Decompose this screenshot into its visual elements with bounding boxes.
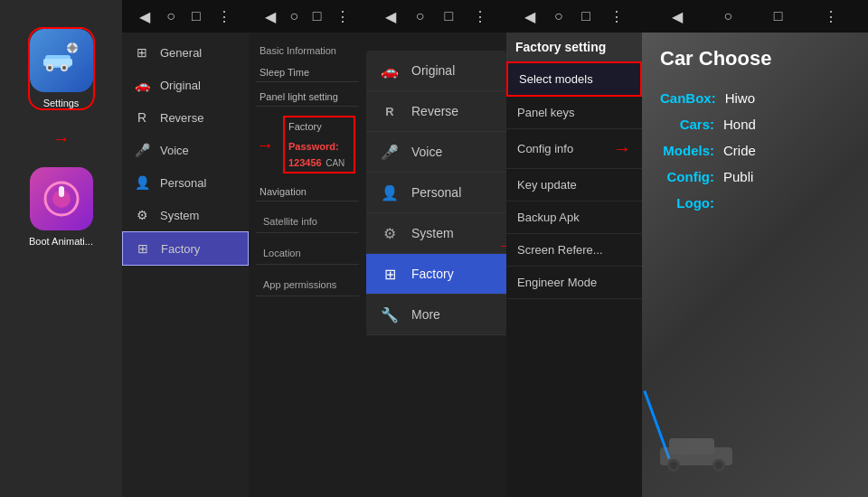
models-label: Models: [660, 143, 723, 158]
red-arrow-3: → [256, 135, 274, 155]
svg-point-3 [48, 66, 52, 70]
car-choose-title: Car Choose [660, 47, 771, 70]
back-icon-4[interactable]: ◀ [385, 8, 396, 25]
settings-app[interactable]: Settings [28, 27, 95, 110]
menu-item-original-label: Original [160, 79, 201, 92]
menu-item-original[interactable]: 🚗 Original [122, 69, 249, 101]
screen-ref-label: Screen Refere... [517, 243, 603, 257]
factory-item-engineer-mode[interactable]: Engineer Mode [506, 267, 642, 299]
dropdown-voice[interactable]: 🎤 Voice [366, 132, 506, 173]
home-icon-2[interactable]: ○ [166, 8, 175, 24]
factory-dropdown-panel: ◀ ○ □ ⋮ 🚗 Original R Reverse 🎤 Voice 👤 P… [366, 0, 506, 497]
svg-rect-16 [669, 438, 714, 455]
dropdown-reverse[interactable]: R Reverse [366, 91, 506, 132]
car-decorative-image [651, 425, 741, 479]
recents-icon-2[interactable]: □ [192, 8, 201, 24]
red-arrow-1: → [52, 128, 71, 149]
config-row: Config: Publi [660, 169, 850, 184]
home-icon-6[interactable]: ○ [723, 8, 732, 24]
svg-point-20 [715, 462, 722, 469]
dropdown-voice-label: Voice [411, 145, 442, 159]
dots-icon-4[interactable]: ⋮ [473, 8, 487, 25]
dropdown-more[interactable]: 🔧 More [366, 295, 506, 335]
nav-bar-4: ◀ ○ □ ⋮ [366, 0, 506, 33]
cars-value: Hond [723, 117, 756, 132]
factory-box-label: Factory [285, 117, 354, 136]
back-icon-3[interactable]: ◀ [265, 8, 276, 25]
settings-app-icon [30, 29, 93, 92]
nav-bar-5: ◀ ○ □ ⋮ [506, 0, 642, 33]
arrow-row: → Factory Password: 123456 CAN [256, 112, 359, 177]
satellite-row[interactable]: Satellite info [256, 207, 359, 233]
dropdown-factory-icon: ⊞ [379, 263, 401, 285]
navigation-row[interactable]: Navigation [256, 183, 359, 202]
dropdown-factory-label: Factory [411, 267, 454, 281]
home-icon-4[interactable]: ○ [416, 8, 425, 24]
factory-item-backup-apk[interactable]: Backup Apk [506, 202, 642, 234]
voice-icon: 🎤 [133, 141, 151, 159]
app-permissions-label: App permissions [259, 274, 355, 292]
dropdown-factory[interactable]: ⊞ Factory [366, 254, 506, 295]
menu-item-factory[interactable]: ⊞ Factory [122, 231, 249, 266]
panel-keys-label: Panel keys [517, 106, 575, 119]
back-icon-6[interactable]: ◀ [672, 8, 683, 25]
factory-item-key-update[interactable]: Key update [506, 169, 642, 202]
home-icon-3[interactable]: ○ [289, 8, 298, 24]
config-label: Config: [660, 169, 723, 184]
dropdown-system-label: System [411, 226, 454, 240]
panel-light-row[interactable]: Panel light setting [256, 88, 359, 107]
dots-icon-3[interactable]: ⋮ [335, 8, 350, 25]
menu-item-general[interactable]: ⊞ General [122, 36, 249, 69]
navigation-title: Navigation [259, 186, 355, 197]
settings-label: Settings [43, 98, 80, 108]
canbox-label: CanBox: [660, 90, 725, 106]
boot-label: Boot Animati... [29, 236, 93, 247]
cars-label: Cars: [660, 117, 723, 132]
dropdown-system[interactable]: ⚙ System [366, 213, 506, 254]
dropdown-personal[interactable]: 👤 Personal [366, 173, 506, 213]
dropdown-system-icon: ⚙ [379, 222, 401, 244]
settings-menu-panel: ◀ ○ □ ⋮ ⊞ General 🚗 Original R Reverse 🎤… [122, 0, 249, 497]
location-row[interactable]: Location [256, 239, 359, 265]
menu-item-system[interactable]: ⚙ System [122, 199, 249, 231]
recents-icon-6[interactable]: □ [774, 8, 783, 24]
location-label: Location [259, 242, 355, 260]
system-icon: ⚙ [133, 206, 151, 224]
recents-icon-5[interactable]: □ [581, 8, 590, 24]
reverse-icon: R [133, 108, 151, 127]
recents-icon-3[interactable]: □ [313, 8, 322, 24]
svg-point-5 [62, 66, 66, 70]
config-value: Publi [723, 169, 753, 184]
boot-animation-app[interactable]: Boot Animati... [29, 167, 93, 247]
red-arrow-5: → [613, 138, 631, 159]
nav-bar-2: ◀ ○ □ ⋮ [122, 0, 249, 33]
dropdown-original[interactable]: 🚗 Original [366, 51, 506, 91]
menu-item-voice[interactable]: 🎤 Voice [122, 134, 249, 166]
app-permissions-row[interactable]: App permissions [256, 270, 359, 296]
menu-item-reverse[interactable]: R Reverse [122, 101, 249, 134]
factory-item-screen-ref[interactable]: Screen Refere... [506, 234, 642, 267]
key-update-label: Key update [517, 178, 577, 192]
dropdown-more-icon: 🔧 [379, 304, 401, 325]
factory-item-config-info[interactable]: Config info → [506, 129, 642, 169]
cars-row: Cars: Hond [660, 117, 850, 132]
home-icon-5[interactable]: ○ [554, 8, 563, 24]
back-icon-2[interactable]: ◀ [139, 8, 150, 25]
factory-item-panel-keys[interactable]: Panel keys [506, 97, 642, 129]
boot-app-icon [30, 167, 93, 230]
dots-icon-6[interactable]: ⋮ [824, 8, 838, 25]
factory-item-select-models[interactable]: Select models [506, 61, 642, 97]
logo-row: Logo: [660, 195, 850, 211]
recents-icon-4[interactable]: □ [444, 8, 453, 24]
original-icon: 🚗 [133, 76, 151, 94]
sleep-time-row[interactable]: Sleep Time [256, 63, 359, 82]
config-info-label: Config info [517, 142, 573, 155]
dropdown-more-label: More [411, 307, 440, 322]
dropdown-menu: 🚗 Original R Reverse 🎤 Voice 👤 Personal … [366, 51, 506, 335]
dropdown-reverse-icon: R [379, 100, 401, 122]
dots-icon-5[interactable]: ⋮ [609, 8, 624, 25]
menu-icon-2[interactable]: ⋮ [217, 8, 231, 25]
menu-item-personal[interactable]: 👤 Personal [122, 166, 249, 199]
svg-point-18 [670, 462, 677, 469]
back-icon-5[interactable]: ◀ [524, 8, 535, 25]
